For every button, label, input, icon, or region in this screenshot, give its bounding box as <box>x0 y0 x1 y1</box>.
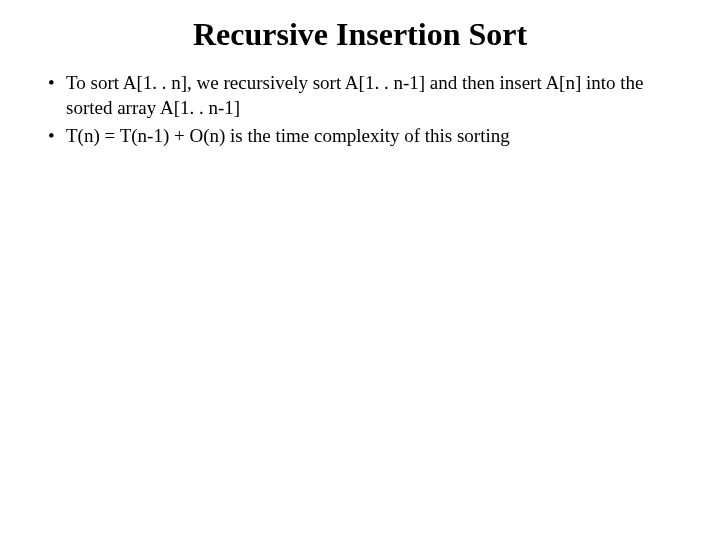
bullet-list: To sort A[1. . n], we recursively sort A… <box>30 71 690 149</box>
list-item: T(n) = T(n-1) + O(n) is the time complex… <box>48 124 690 149</box>
list-item: To sort A[1. . n], we recursively sort A… <box>48 71 690 120</box>
slide-title: Recursive Insertion Sort <box>30 16 690 53</box>
